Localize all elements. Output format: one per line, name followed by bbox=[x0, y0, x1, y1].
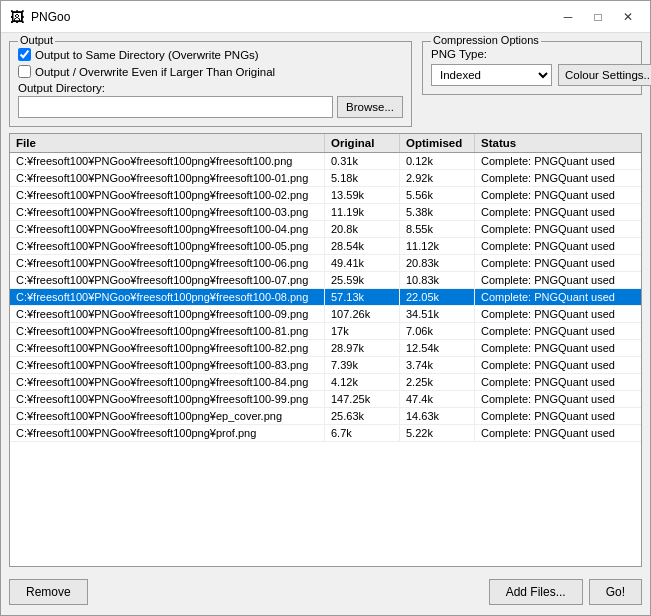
cell-original: 147.25k bbox=[325, 391, 400, 407]
app-icon: 🖼 bbox=[9, 9, 25, 25]
cell-original: 49.41k bbox=[325, 255, 400, 271]
cell-status: Complete: PNGQuant used bbox=[475, 187, 641, 203]
cell-file: C:¥freesoft100¥PNGoo¥freesoft100png¥free… bbox=[10, 204, 325, 220]
table-row[interactable]: C:¥freesoft100¥PNGoo¥freesoft100png¥free… bbox=[10, 391, 641, 408]
table-row[interactable]: C:¥freesoft100¥PNGoo¥freesoft100png¥free… bbox=[10, 170, 641, 187]
cell-file: C:¥freesoft100¥PNGoo¥freesoft100png¥free… bbox=[10, 289, 325, 305]
table-row[interactable]: C:¥freesoft100¥PNGoo¥freesoft100png¥free… bbox=[10, 357, 641, 374]
browse-button[interactable]: Browse... bbox=[337, 96, 403, 118]
table-row[interactable]: C:¥freesoft100¥PNGoo¥freesoft100png¥prof… bbox=[10, 425, 641, 442]
png-type-select[interactable]: Indexed Truecolour Truecolour+Alpha Grey… bbox=[431, 64, 552, 86]
cell-original: 4.12k bbox=[325, 374, 400, 390]
colour-settings-button[interactable]: Colour Settings... bbox=[558, 64, 651, 86]
checkbox-same-dir-label: Output to Same Directory (Overwrite PNGs… bbox=[35, 49, 259, 61]
cell-file: C:¥freesoft100¥PNGoo¥freesoft100png¥free… bbox=[10, 170, 325, 186]
cell-file: C:¥freesoft100¥PNGoo¥freesoft100png¥free… bbox=[10, 255, 325, 271]
cell-status: Complete: PNGQuant used bbox=[475, 408, 641, 424]
maximize-button[interactable]: □ bbox=[584, 7, 612, 27]
cell-optimised: 5.56k bbox=[400, 187, 475, 203]
cell-status: Complete: PNGQuant used bbox=[475, 204, 641, 220]
cell-optimised: 34.51k bbox=[400, 306, 475, 322]
checkbox-overwrite-larger[interactable] bbox=[18, 65, 31, 78]
cell-status: Complete: PNGQuant used bbox=[475, 153, 641, 169]
compression-group: Compression Options PNG Type: Indexed Tr… bbox=[422, 41, 642, 95]
cell-original: 7.39k bbox=[325, 357, 400, 373]
checkbox-overwrite-larger-label: Output / Overwrite Even if Larger Than O… bbox=[35, 66, 275, 78]
checkbox-row-2: Output / Overwrite Even if Larger Than O… bbox=[18, 65, 403, 78]
cell-optimised: 0.12k bbox=[400, 153, 475, 169]
output-dir-label: Output Directory: bbox=[18, 82, 403, 94]
cell-optimised: 20.83k bbox=[400, 255, 475, 271]
cell-original: 25.59k bbox=[325, 272, 400, 288]
output-group-label: Output bbox=[18, 34, 55, 46]
cell-file: C:¥freesoft100¥PNGoo¥freesoft100png¥prof… bbox=[10, 425, 325, 441]
cell-status: Complete: PNGQuant used bbox=[475, 374, 641, 390]
remove-button[interactable]: Remove bbox=[9, 579, 88, 605]
cell-file: C:¥freesoft100¥PNGoo¥freesoft100png¥free… bbox=[10, 272, 325, 288]
cell-original: 6.7k bbox=[325, 425, 400, 441]
cell-optimised: 2.25k bbox=[400, 374, 475, 390]
cell-optimised: 47.4k bbox=[400, 391, 475, 407]
minimize-button[interactable]: ─ bbox=[554, 7, 582, 27]
cell-original: 20.8k bbox=[325, 221, 400, 237]
png-type-row: Indexed Truecolour Truecolour+Alpha Grey… bbox=[431, 64, 633, 86]
cell-file: C:¥freesoft100¥PNGoo¥freesoft100png¥free… bbox=[10, 221, 325, 237]
title-bar: 🖼 PNGoo ─ □ ✕ bbox=[1, 1, 650, 33]
cell-optimised: 7.06k bbox=[400, 323, 475, 339]
cell-file: C:¥freesoft100¥PNGoo¥freesoft100png¥free… bbox=[10, 391, 325, 407]
table-body: C:¥freesoft100¥PNGoo¥freesoft100png¥free… bbox=[10, 153, 641, 566]
cell-status: Complete: PNGQuant used bbox=[475, 272, 641, 288]
checkbox-same-dir[interactable] bbox=[18, 48, 31, 61]
table-row[interactable]: C:¥freesoft100¥PNGoo¥freesoft100png¥free… bbox=[10, 153, 641, 170]
cell-file: C:¥freesoft100¥PNGoo¥freesoft100png¥free… bbox=[10, 374, 325, 390]
cell-file: C:¥freesoft100¥PNGoo¥freesoft100png¥free… bbox=[10, 357, 325, 373]
png-type-label: PNG Type: bbox=[431, 48, 633, 60]
bottom-right: Add Files... Go! bbox=[489, 579, 642, 605]
main-window: 🖼 PNGoo ─ □ ✕ Output Output to Same Dire… bbox=[0, 0, 651, 616]
add-files-button[interactable]: Add Files... bbox=[489, 579, 583, 605]
bottom-bar: Remove Add Files... Go! bbox=[9, 573, 642, 607]
cell-original: 57.13k bbox=[325, 289, 400, 305]
cell-file: C:¥freesoft100¥PNGoo¥freesoft100png¥free… bbox=[10, 323, 325, 339]
table-row[interactable]: C:¥freesoft100¥PNGoo¥freesoft100png¥free… bbox=[10, 306, 641, 323]
cell-optimised: 2.92k bbox=[400, 170, 475, 186]
cell-optimised: 10.83k bbox=[400, 272, 475, 288]
table-row[interactable]: C:¥freesoft100¥PNGoo¥freesoft100png¥free… bbox=[10, 187, 641, 204]
cell-file: C:¥freesoft100¥PNGoo¥freesoft100png¥ep_c… bbox=[10, 408, 325, 424]
cell-file: C:¥freesoft100¥PNGoo¥freesoft100png¥free… bbox=[10, 238, 325, 254]
table-row[interactable]: C:¥freesoft100¥PNGoo¥freesoft100png¥ep_c… bbox=[10, 408, 641, 425]
cell-original: 5.18k bbox=[325, 170, 400, 186]
table-row[interactable]: C:¥freesoft100¥PNGoo¥freesoft100png¥free… bbox=[10, 340, 641, 357]
table-row[interactable]: C:¥freesoft100¥PNGoo¥freesoft100png¥free… bbox=[10, 289, 641, 306]
cell-status: Complete: PNGQuant used bbox=[475, 357, 641, 373]
cell-file: C:¥freesoft100¥PNGoo¥freesoft100png¥free… bbox=[10, 153, 325, 169]
close-button[interactable]: ✕ bbox=[614, 7, 642, 27]
table-row[interactable]: C:¥freesoft100¥PNGoo¥freesoft100png¥free… bbox=[10, 221, 641, 238]
cell-status: Complete: PNGQuant used bbox=[475, 306, 641, 322]
cell-original: 0.31k bbox=[325, 153, 400, 169]
bottom-left: Remove bbox=[9, 579, 88, 605]
table-row[interactable]: C:¥freesoft100¥PNGoo¥freesoft100png¥free… bbox=[10, 323, 641, 340]
cell-optimised: 5.38k bbox=[400, 204, 475, 220]
cell-original: 28.54k bbox=[325, 238, 400, 254]
cell-status: Complete: PNGQuant used bbox=[475, 340, 641, 356]
table-row[interactable]: C:¥freesoft100¥PNGoo¥freesoft100png¥free… bbox=[10, 272, 641, 289]
cell-optimised: 12.54k bbox=[400, 340, 475, 356]
cell-original: 11.19k bbox=[325, 204, 400, 220]
go-button[interactable]: Go! bbox=[589, 579, 642, 605]
cell-optimised: 3.74k bbox=[400, 357, 475, 373]
cell-original: 25.63k bbox=[325, 408, 400, 424]
output-dir-input[interactable] bbox=[18, 96, 333, 118]
cell-status: Complete: PNGQuant used bbox=[475, 425, 641, 441]
cell-status: Complete: PNGQuant used bbox=[475, 238, 641, 254]
cell-file: C:¥freesoft100¥PNGoo¥freesoft100png¥free… bbox=[10, 340, 325, 356]
cell-status: Complete: PNGQuant used bbox=[475, 221, 641, 237]
top-row: Output Output to Same Directory (Overwri… bbox=[9, 41, 642, 127]
table-row[interactable]: C:¥freesoft100¥PNGoo¥freesoft100png¥free… bbox=[10, 374, 641, 391]
table-row[interactable]: C:¥freesoft100¥PNGoo¥freesoft100png¥free… bbox=[10, 204, 641, 221]
cell-status: Complete: PNGQuant used bbox=[475, 289, 641, 305]
cell-optimised: 22.05k bbox=[400, 289, 475, 305]
table-row[interactable]: C:¥freesoft100¥PNGoo¥freesoft100png¥free… bbox=[10, 238, 641, 255]
table-row[interactable]: C:¥freesoft100¥PNGoo¥freesoft100png¥free… bbox=[10, 255, 641, 272]
cell-file: C:¥freesoft100¥PNGoo¥freesoft100png¥free… bbox=[10, 306, 325, 322]
